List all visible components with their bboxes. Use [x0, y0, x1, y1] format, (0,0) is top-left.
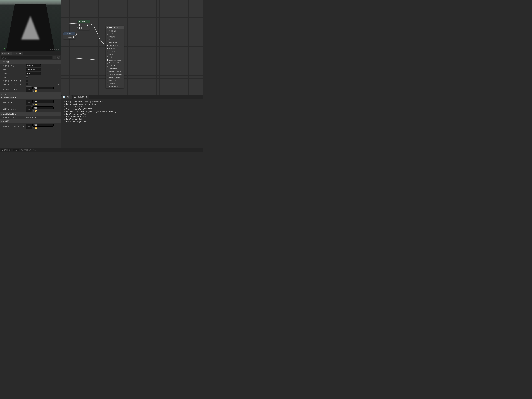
asset-thumbnail[interactable]: None	[26, 106, 32, 112]
pencil-icon	[13, 53, 15, 54]
pin-label: 월드 포지션 오프셋	[109, 59, 121, 61]
filter-button[interactable]: ☰	[53, 56, 56, 59]
pin-label: 정면 머티리얼	[109, 85, 118, 87]
browse-icon[interactable]: ⊙	[33, 127, 34, 129]
stats-line: LWC Add usages (Est.): 11	[66, 118, 200, 120]
reset-icon[interactable]: ↺	[58, 73, 60, 75]
category-physical[interactable]: Physical Material	[0, 96, 61, 99]
pin-label: 앰비언트 오클루전	[109, 71, 121, 73]
two-sided-checkbox[interactable]	[26, 76, 28, 78]
nanite-dropdown[interactable]: 없음	[32, 124, 54, 127]
list-icon: ☰	[74, 96, 76, 98]
input-pin[interactable]	[107, 45, 108, 46]
reset-icon[interactable]: ↺	[58, 69, 60, 71]
prop-label: 나나이트 오버라이드 머티리얼	[3, 125, 25, 127]
tab-stats[interactable]: 📊 통계 ×	[62, 95, 72, 99]
tab-parameters[interactable]: 파라미터	[12, 52, 23, 55]
folder-icon[interactable]: 📁	[35, 90, 37, 92]
input-pin-b[interactable]	[79, 27, 80, 29]
pin-label: 애니소트로피	[109, 42, 118, 44]
material-preview-beam	[21, 16, 40, 40]
stats-icon: 📊	[63, 96, 65, 98]
pin-label: 픽셀 뎁스 오프셋	[109, 76, 120, 78]
prop-label: 피직스 머티리얼	[3, 101, 25, 104]
stats-line: User interpolators: 5/8 Scalars (2/4 Vec…	[66, 110, 200, 113]
stats-line: Texture samplers: 4/16	[66, 105, 200, 108]
stats-output: Base pass shader without light map: 244 …	[61, 99, 203, 125]
prop-label: 머티리얼 어트리뷰트 사용	[3, 80, 25, 82]
close-icon[interactable]: ×	[70, 96, 70, 98]
input-pin[interactable]	[107, 51, 108, 52]
search-input-box[interactable]	[1, 56, 52, 59]
category-advanced[interactable]: 고급	[0, 93, 61, 96]
details-search-row: ☰	[0, 55, 61, 60]
output-log-button[interactable]: ⊞ 출력 로그	[1, 149, 11, 152]
input-pin[interactable]	[107, 68, 108, 70]
browse-icon[interactable]: ⊙	[33, 103, 34, 105]
preview-viewport[interactable]: x	[0, 0, 61, 51]
asset-thumbnail[interactable]: None	[26, 124, 32, 129]
browse-icon[interactable]: ⊙	[33, 90, 34, 92]
use-attr-checkbox[interactable]	[26, 80, 28, 82]
folder-icon[interactable]: 📁	[35, 127, 37, 129]
asset-thumbnail[interactable]: None	[26, 100, 32, 105]
prop-label: 블렌드 모드	[3, 69, 25, 71]
input-pin[interactable]	[107, 65, 108, 66]
category-nanite[interactable]: 나나이트	[0, 119, 61, 123]
input-pin[interactable]	[107, 77, 108, 78]
close-icon[interactable]: ×	[10, 53, 10, 54]
stats-line: Base pass vertex shader: 201 instruction…	[66, 103, 200, 105]
input-pin[interactable]	[107, 86, 108, 87]
input-pin[interactable]	[107, 80, 108, 81]
physics-mat-dropdown[interactable]: 없음	[32, 100, 54, 103]
cmd-prompt[interactable]: Cmd	[13, 149, 19, 151]
prop-label: 피지컬 머티리얼 맵	[3, 117, 25, 119]
node-dmx-strobe[interactable]: DMXStrobe Result	[63, 32, 75, 39]
preview-shape-selector[interactable]	[50, 49, 59, 50]
node-material-output[interactable]: M_Beam_Master 베이스 컬러Metallic스페큘러러프니스애니소트…	[106, 26, 124, 88]
input-pin[interactable]	[107, 57, 108, 58]
shading-model-dropdown[interactable]: Unlit	[26, 72, 41, 75]
material-graph[interactable]: Multiply A B DMXStrobe Result M_Beam_Mas…	[61, 0, 203, 95]
asset-thumbnail[interactable]: None	[26, 86, 32, 92]
command-bar: ⊞ 출력 로그 Cmd 콘솔 명령을 입력하세요	[0, 148, 203, 152]
physics-mask-dropdown[interactable]: 없음	[32, 107, 54, 109]
input-pin[interactable]	[107, 62, 108, 63]
input-pin[interactable]	[107, 48, 108, 49]
tab-substrate[interactable]: ☰ 서브스트레이트	[73, 95, 89, 99]
category-material[interactable]: 머티리얼	[0, 60, 61, 64]
material-domain-dropdown[interactable]: Surface	[26, 64, 41, 67]
input-pin[interactable]	[107, 71, 108, 72]
node-multiply[interactable]: Multiply A B	[78, 20, 90, 30]
input-pin[interactable]	[107, 39, 108, 40]
input-pin[interactable]	[107, 59, 108, 61]
folder-icon[interactable]: 📁	[35, 103, 37, 105]
prop-label: 레이 트레이스된 섀도 드리우기	[3, 83, 25, 85]
blend-mode-dropdown[interactable]: Translucent	[26, 68, 41, 71]
input-pin-a[interactable]	[79, 24, 80, 26]
pin-label: Refraction (Disabled)	[109, 74, 122, 75]
prop-label: 셰이딩 모델	[3, 73, 25, 75]
browse-icon[interactable]: ⊙	[33, 110, 34, 112]
search-input[interactable]	[4, 57, 51, 59]
input-pin[interactable]	[107, 82, 108, 84]
subsurface-dropdown[interactable]: 없음	[32, 87, 54, 89]
gear-icon	[57, 57, 59, 59]
input-pin[interactable]	[107, 30, 108, 32]
pin-label: Metallic	[109, 33, 114, 35]
category-physmask[interactable]: 피지컬 머티리얼 마스크	[0, 112, 61, 116]
details-properties[interactable]: 머티리얼 머티리얼 도메인 Surface 블렌드 모드 Translucent…	[0, 60, 61, 152]
input-pin[interactable]	[107, 54, 108, 55]
output-pin-result[interactable]	[73, 36, 74, 38]
ray-shadow-checkbox[interactable]	[26, 83, 28, 85]
input-pin[interactable]	[107, 33, 108, 35]
input-pin[interactable]	[107, 42, 108, 43]
output-pin[interactable]	[87, 24, 89, 26]
tab-details[interactable]: 디테일 ×	[0, 52, 12, 55]
reset-icon[interactable]: ↺	[58, 83, 60, 85]
settings-button[interactable]	[57, 56, 60, 59]
input-pin[interactable]	[107, 36, 108, 38]
folder-icon[interactable]: 📁	[35, 110, 37, 112]
pin-label: 오파시티	[109, 48, 115, 50]
input-pin[interactable]	[107, 74, 108, 75]
